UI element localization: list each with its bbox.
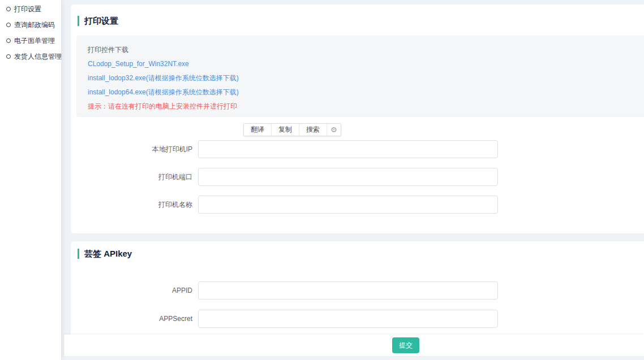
download-tip: 提示：请在连有打印的电脑上安装控件并进行打印 (88, 99, 644, 114)
circle-icon (6, 23, 11, 27)
sidebar-item-shipper-info[interactable]: 发货人信息管理 (0, 49, 61, 64)
sidebar-item-label: 发货人信息管理 (14, 52, 62, 62)
appid-label: APPID (71, 281, 192, 300)
download-link-lodop64[interactable]: install_lodop64.exe(请根据操作系统位数选择下载) (88, 85, 239, 99)
appsecret-row: APPSecret (71, 310, 644, 328)
submit-button[interactable]: 提交 (392, 337, 419, 353)
appsecret-label: APPSecret (71, 310, 192, 328)
circle-icon (6, 38, 11, 43)
apikey-card: 芸签 APIkey APPID APPSecret (71, 241, 644, 339)
footer-bar: 提交 (64, 335, 644, 356)
printer-ip-row: 本地打印机IP (71, 140, 644, 158)
printer-port-label: 打印机端口 (71, 168, 192, 186)
printer-name-label: 打印机名称 (71, 196, 192, 214)
download-box: 打印控件下载 CLodop_Setup_for_Win32NT.exe inst… (76, 36, 644, 117)
download-link-clodop[interactable]: CLodop_Setup_for_Win32NT.exe (88, 57, 189, 71)
printer-port-input[interactable] (198, 168, 498, 186)
download-link-lodop32[interactable]: install_lodop32.exe(请根据操作系统位数选择下载) (88, 71, 239, 85)
sidebar-item-waybill-management[interactable]: 电子面单管理 (0, 33, 61, 49)
sidebar-item-label: 电子面单管理 (14, 36, 55, 46)
search-button[interactable]: 搜索 (299, 124, 327, 136)
printer-name-input[interactable] (198, 196, 498, 214)
sidebar-item-print-settings[interactable]: 打印设置 (0, 1, 61, 17)
apikey-title: 芸签 APIkey (78, 249, 132, 259)
download-heading: 打印控件下载 (88, 43, 644, 57)
printer-port-row: 打印机端口 (71, 168, 644, 186)
appid-input[interactable] (198, 281, 498, 300)
printer-ip-input[interactable] (198, 140, 498, 158)
translate-button[interactable]: 翻译 (244, 124, 272, 136)
sidebar-item-label: 查询邮政编码 (14, 20, 55, 30)
sidebar-item-label: 打印设置 (14, 5, 41, 14)
circle-icon (6, 7, 11, 11)
sidebar-item-postal-code-query[interactable]: 查询邮政编码 (0, 17, 61, 33)
print-settings-card: 打印设置 打印控件下载 CLodop_Setup_for_Win32NT.exe… (71, 5, 644, 233)
sidebar: 打印设置 查询邮政编码 电子面单管理 发货人信息管理 (0, 0, 61, 360)
copy-button[interactable]: 复制 (272, 124, 299, 136)
circle-icon (6, 54, 11, 59)
print-settings-title: 打印设置 (78, 16, 118, 26)
gear-icon[interactable]: ⚙ (327, 124, 341, 136)
appid-row: APPID (71, 281, 644, 300)
printer-ip-label: 本地打印机IP (71, 140, 192, 158)
appsecret-input[interactable] (198, 310, 498, 328)
selection-toolbar: 翻译 复制 搜索 ⚙ (243, 123, 341, 136)
printer-name-row: 打印机名称 (71, 196, 644, 214)
